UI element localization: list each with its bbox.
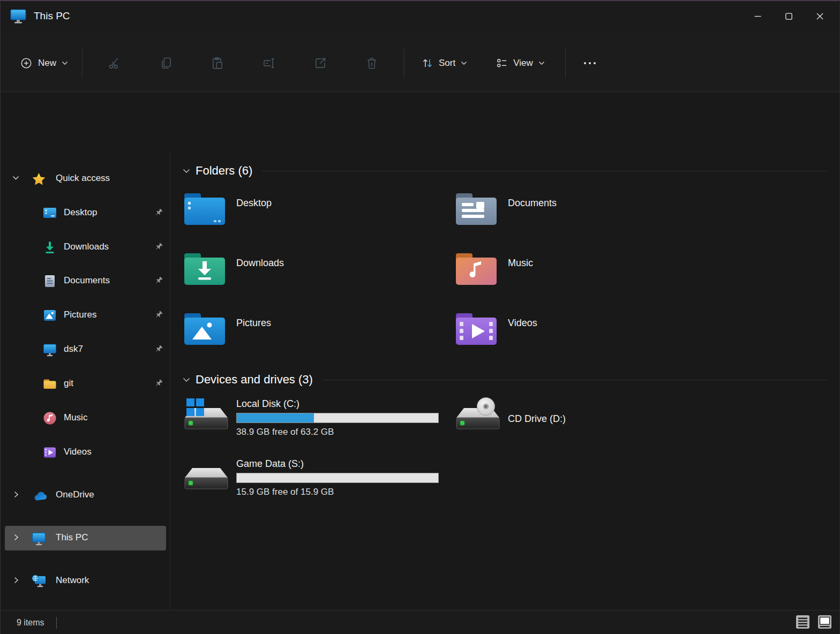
sidebar-item-videos[interactable]: Videos [1,440,170,465]
sidebar-item-documents[interactable]: Documents [1,269,170,293]
share-icon [313,56,327,70]
folder-tile-music[interactable]: Music [454,251,726,295]
explorer-body: Quick access Desktop [1,151,839,610]
file-explorer-window: This PC New [0,0,840,634]
chevron-right-icon[interactable] [14,491,19,498]
folder-tile-label: Desktop [236,198,272,235]
documents-icon [43,274,57,288]
paste-icon [211,56,224,70]
delete-button[interactable] [354,49,389,77]
pin-icon [154,243,163,252]
this-pc-icon [10,9,26,24]
disk-usage-bar [236,413,439,423]
items-count: 9 items [17,618,44,628]
pin-icon [154,345,163,354]
music-folder-icon [454,251,498,295]
drive-free-space: 38.9 GB free of 63.2 GB [236,427,439,437]
command-bar: New [1,34,839,92]
monitor-icon [43,343,57,357]
folder-tile-label: Videos [508,318,537,354]
sidebar-item-network[interactable]: Network [1,569,170,593]
downloads-folder-icon [183,251,227,295]
sidebar-item-label: git [64,378,73,389]
navigation-pane: Quick access Desktop [1,151,170,610]
trash-icon [365,56,379,70]
view-button-label: View [513,58,533,69]
cd-drive-icon [454,397,500,447]
sidebar-item-music[interactable]: Music [1,406,170,431]
paste-button[interactable] [200,49,235,77]
drive-tile-cd-drive-d[interactable]: CD Drive (D:) [454,393,726,447]
large-icons-view-button[interactable] [818,615,832,629]
sidebar-item-onedrive[interactable]: OneDrive [1,483,170,508]
sidebar-item-this-pc[interactable]: This PC [1,526,170,550]
sidebar-item-downloads[interactable]: Downloads [1,235,170,260]
folder-tile-label: Pictures [236,318,271,354]
sidebar-item-dsk7[interactable]: dsk7 [1,337,170,362]
pictures-icon [43,308,57,322]
sidebar-item-quick-access[interactable]: Quick access [1,167,170,191]
cut-button[interactable] [97,49,132,77]
rename-icon [262,56,276,70]
chevron-down-icon [62,61,68,65]
drives-section-header[interactable]: Devices and drives (3) [183,372,827,388]
drive-tile-local-disk-c[interactable]: Local Disk (C:) 38.9 GB free of 63.2 GB [183,393,454,447]
pin-icon [154,276,163,285]
view-button[interactable]: View [489,52,552,74]
pin-icon [154,379,163,388]
sidebar-item-label: Network [56,575,89,586]
folder-tile-downloads[interactable]: Downloads [183,251,454,295]
sidebar-item-pictures[interactable]: Pictures [1,303,170,328]
drive-name: Local Disk (C:) [236,398,439,410]
details-view-button[interactable] [796,615,810,629]
chevron-down-icon[interactable] [183,169,190,173]
desktop-folder-icon [183,191,227,235]
documents-folder-icon [454,191,498,235]
drive-name: Game Data (S:) [236,458,439,470]
onedrive-cloud-icon [32,488,48,502]
chevron-down-icon [538,61,545,65]
sidebar-item-git[interactable]: git [1,372,170,396]
videos-icon [43,446,57,459]
sidebar-item-label: OneDrive [56,489,94,500]
folder-tile-label: Downloads [236,258,284,295]
maximize-button[interactable] [773,1,804,31]
minimize-button[interactable] [742,1,773,31]
copy-icon [159,56,173,70]
drive-tile-game-data-s[interactable]: Game Data (S:) 15.9 GB free of 15.9 GB [183,453,454,507]
share-button[interactable] [303,49,338,77]
chevron-right-icon[interactable] [14,577,19,584]
status-bar: 9 items [1,610,839,634]
folder-tile-documents[interactable]: Documents [454,191,726,235]
folder-tile-pictures[interactable]: Pictures [183,311,454,354]
window-title: This PC [34,10,70,22]
sidebar-item-label: This PC [56,532,88,543]
sidebar-item-desktop[interactable]: Desktop [1,201,170,225]
sidebar-item-label: Music [64,412,87,423]
chevron-down-icon[interactable] [12,176,19,180]
sidebar-item-label: Quick access [56,173,110,184]
see-more-button[interactable] [572,62,608,64]
copy-button[interactable] [148,49,184,77]
toolbar-separator [565,48,566,78]
folder-tile-desktop[interactable]: Desktop [183,191,454,235]
star-icon [32,172,46,186]
drive-free-space: 15.9 GB free of 15.9 GB [236,487,439,497]
folders-section-header[interactable]: Folders (6) [183,163,827,179]
new-button[interactable]: New [12,51,76,75]
sort-button-label: Sort [439,58,455,69]
close-button[interactable] [804,1,835,31]
pictures-folder-icon [183,311,227,354]
items-view: Folders (6) [171,151,839,610]
navigation-row: This PC Search This PC [1,93,839,151]
chevron-down-icon[interactable] [183,378,190,382]
rename-button[interactable] [251,49,287,77]
ellipsis-icon [584,62,586,64]
sidebar-item-label: Desktop [64,207,97,218]
folder-tile-videos[interactable]: Videos [454,311,726,354]
sort-button[interactable]: Sort [414,52,475,74]
this-pc-icon [32,531,46,546]
toolbar-separator [82,48,82,78]
pin-icon [154,311,163,320]
chevron-right-icon[interactable] [14,534,19,541]
